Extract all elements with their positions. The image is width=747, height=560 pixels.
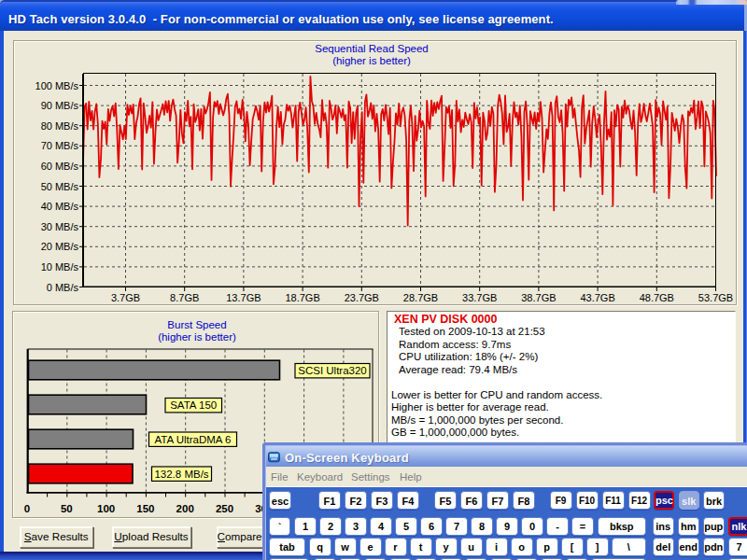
svg-text:33.7GB: 33.7GB: [462, 292, 497, 303]
svg-text:SCSI Ultra320: SCSI Ultra320: [298, 365, 367, 376]
svg-text:250: 250: [216, 503, 233, 514]
svg-text:38.7GB: 38.7GB: [521, 292, 556, 303]
svg-text:ATA UltraDMA 6: ATA UltraDMA 6: [154, 434, 231, 445]
svg-text:43.7GB: 43.7GB: [580, 292, 614, 303]
svg-text:150: 150: [136, 503, 154, 514]
svg-text:48.7GB: 48.7GB: [640, 292, 674, 303]
svg-text:0: 0: [24, 503, 30, 514]
svg-text:28.7GB: 28.7GB: [403, 292, 438, 303]
svg-text:53.7GB: 53.7GB: [698, 292, 733, 303]
svg-text:200: 200: [176, 503, 194, 514]
svg-text:100: 100: [97, 503, 115, 514]
svg-text:50: 50: [61, 503, 73, 514]
svg-text:132.8 MB/s: 132.8 MB/s: [154, 469, 208, 480]
svg-text:SATA 150: SATA 150: [170, 399, 217, 411]
